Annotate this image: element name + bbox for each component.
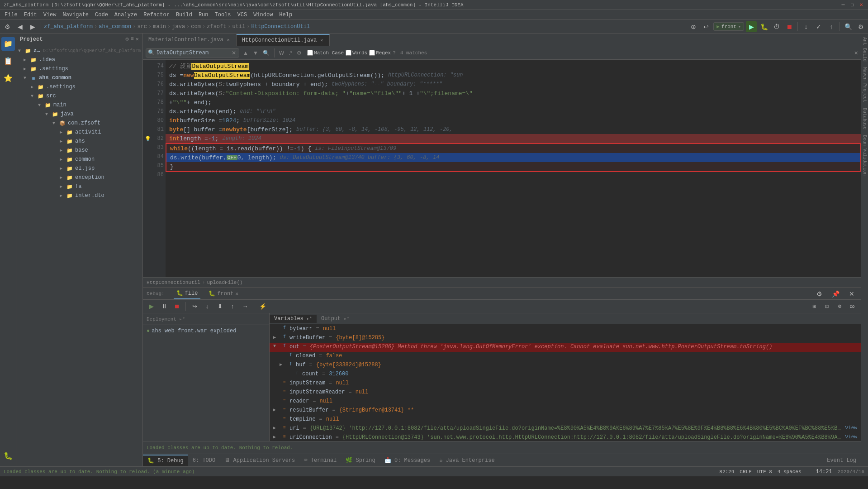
var-row-urlconnection[interactable]: ▶ ≡ urlConnection = {HttpURLConnection@1…	[270, 434, 861, 441]
search-close-btn[interactable]: ✕	[854, 49, 858, 57]
menu-navigate[interactable]: Navigate	[60, 11, 91, 19]
right-tab-ant-build[interactable]: Ant Build	[861, 35, 868, 63]
maximize-button[interactable]: □	[849, 2, 855, 8]
debug-step-into[interactable]: ↓	[202, 302, 212, 312]
match-case-label[interactable]: Match Case	[307, 50, 344, 56]
tree-main[interactable]: ▼ 📁 main	[16, 101, 142, 110]
tree-com-zfsoft[interactable]: ▼ 📦 com.zfsoft	[16, 119, 142, 128]
vcs-push[interactable]: ↑	[826, 21, 837, 32]
var-row-buf[interactable]: ▶ f buf = {byte[333824]@15288}	[270, 361, 861, 370]
run-button[interactable]: ▶	[746, 21, 757, 32]
sidebar-layout-icon[interactable]: ≡	[131, 36, 134, 43]
tree-ahs[interactable]: ▶ 📁 ahs	[16, 137, 142, 146]
debug-front-close[interactable]: ✕	[235, 291, 238, 297]
bnav-terminal[interactable]: ⌨ Terminal	[299, 455, 341, 465]
profile-button[interactable]: ⏱	[771, 21, 782, 32]
tab-close-material[interactable]: ✕	[226, 37, 231, 43]
menu-run[interactable]: Run	[196, 11, 211, 19]
menu-build[interactable]: Build	[173, 11, 195, 19]
regex-label[interactable]: Regex	[369, 50, 391, 56]
vcs-update[interactable]: ↓	[801, 21, 811, 32]
right-tab-database[interactable]: Database	[861, 106, 868, 131]
tree-item-root[interactable]: ▼ 📁 zf_ahs_platform D:\zfsoft\qqhr\QQHer…	[16, 46, 142, 55]
tree-exception[interactable]: ▶ 📁 exception	[16, 173, 142, 182]
menu-vcs[interactable]: VCS	[235, 11, 250, 19]
debug-evaluate[interactable]: ⚡	[258, 302, 268, 312]
debug-pin-btn[interactable]: 📌	[830, 288, 841, 299]
debug-step-out[interactable]: ↑	[228, 302, 237, 312]
bc-zfsoft[interactable]: zfsoft	[207, 24, 226, 30]
menu-tools[interactable]: Tools	[212, 11, 234, 19]
debug-run-cursor[interactable]: →	[240, 302, 250, 312]
toolbar-run-config-add[interactable]: ⊕	[688, 21, 699, 32]
urlconn-view-link[interactable]: View	[845, 434, 857, 440]
var-row-out[interactable]: ▼ f out = {PosterOutputStream@15286} Met…	[270, 343, 861, 352]
settings-gear[interactable]: ⚙	[855, 21, 866, 32]
bnav-event-log[interactable]: Event Log	[822, 455, 861, 465]
bc-src[interactable]: src	[137, 24, 147, 30]
bnav-app-servers[interactable]: 🖥 Application Servers	[220, 455, 299, 465]
run-config-label[interactable]: ▶ front ▾	[713, 22, 744, 31]
debug-stop[interactable]: ⏹	[172, 302, 182, 312]
tree-eljsp[interactable]: ▶ 📁 el.jsp	[16, 164, 142, 173]
debug-close-panel-btn[interactable]: ✕	[846, 288, 857, 299]
tree-common[interactable]: ▶ 📁 common	[16, 155, 142, 164]
tree-activiti[interactable]: ▶ 📁 activiti	[16, 128, 142, 137]
search-everywhere[interactable]: 🔍	[843, 21, 854, 32]
debug-step-over[interactable]: ↪	[190, 302, 199, 312]
bc-zf-ahs[interactable]: zf_ahs_platform	[44, 24, 93, 30]
strip-debug-strip[interactable]: 🐛	[1, 449, 15, 463]
tab-close-http[interactable]: ✕	[319, 37, 324, 43]
debug-resume[interactable]: ▶	[147, 302, 157, 312]
menu-refactor[interactable]: Refactor	[141, 11, 172, 19]
menu-file[interactable]: File	[2, 11, 20, 19]
menu-edit[interactable]: Edit	[21, 11, 40, 19]
menu-help[interactable]: Help	[276, 11, 295, 19]
debug-settings-btn[interactable]: ⚙	[814, 288, 825, 299]
tab-http-connection-util[interactable]: HttpConnectionUtil.java ✕	[237, 34, 330, 46]
toolbar-undo[interactable]: ↩	[701, 21, 711, 32]
sidebar-close-icon[interactable]: ✕	[136, 36, 139, 43]
tree-inter-dto[interactable]: ▶ 📁 inter.dto	[16, 191, 142, 200]
tree-java[interactable]: ▼ 📁 java	[16, 110, 142, 119]
tree-ahs-settings[interactable]: ▶ 📁 .settings	[16, 82, 142, 91]
minimize-button[interactable]: ─	[840, 2, 846, 8]
toolbar-back[interactable]: ◀	[14, 21, 25, 32]
code-content-area[interactable]: // 设置 DataOutputStream ds = new DataOutp…	[166, 60, 861, 277]
code-editor[interactable]: 74 75 76 77 78 79 80 81 ● 💡 82 83 84 85	[143, 60, 861, 277]
var-row-writebuffer[interactable]: ▶ f writeBuffer = {byte[8]@15285}	[270, 334, 861, 343]
right-tab-bean-validation[interactable]: Bean Validation	[861, 133, 868, 177]
strip-structure[interactable]: 📋	[1, 54, 15, 68]
words-label[interactable]: Words	[346, 50, 367, 56]
bnav-spring[interactable]: 🌿 Spring	[341, 455, 379, 465]
bc-util[interactable]: util	[232, 24, 246, 30]
debug-more[interactable]: ∞	[847, 302, 857, 312]
debug-tab-file[interactable]: 🐛 file	[174, 288, 201, 299]
strip-project[interactable]: 📁	[1, 37, 15, 51]
deployment-item[interactable]: ● ahs_web_front.war exploded	[143, 327, 269, 335]
tab-material-controller[interactable]: MaterialController.java ✕	[143, 34, 237, 46]
debug-tab-front[interactable]: 🐛 front ✕	[206, 288, 241, 299]
menu-analyze[interactable]: Analyze	[112, 11, 140, 19]
menu-code[interactable]: Code	[92, 11, 111, 19]
search-options-btn[interactable]: ⚙	[296, 49, 303, 57]
tree-idea[interactable]: ▶ 📁 .idea	[16, 55, 142, 64]
bnav-messages[interactable]: 📩 0: Messages	[380, 455, 435, 465]
menu-view[interactable]: View	[41, 11, 59, 19]
url-view-link[interactable]: View	[845, 425, 857, 431]
search-regex-btn[interactable]: .*	[288, 49, 293, 57]
debug-gear[interactable]: ⚙	[835, 302, 844, 312]
vcs-commit[interactable]: ✓	[813, 21, 824, 32]
debug-split[interactable]: ⊡	[822, 302, 832, 312]
debug-force-step[interactable]: ⬇	[215, 302, 225, 312]
debug-restore[interactable]: ⊞	[809, 302, 819, 312]
search-next-btn[interactable]: ▼	[252, 49, 259, 57]
bc-java[interactable]: java	[172, 24, 185, 30]
regex-checkbox[interactable]	[369, 50, 375, 56]
dr-tab-output[interactable]: Output ▸*	[317, 315, 354, 323]
var-row-resultbuffer[interactable]: ▶ ≡ resultBuffer = {StringBuffer@13741} …	[270, 407, 861, 416]
toolbar-forward[interactable]: ▶	[27, 21, 38, 32]
debug-button[interactable]: 🐛	[759, 21, 769, 32]
tree-src[interactable]: ▼ 📁 src	[16, 91, 142, 101]
bnav-java-enterprise[interactable]: ☕ Java Enterprise	[435, 455, 499, 465]
